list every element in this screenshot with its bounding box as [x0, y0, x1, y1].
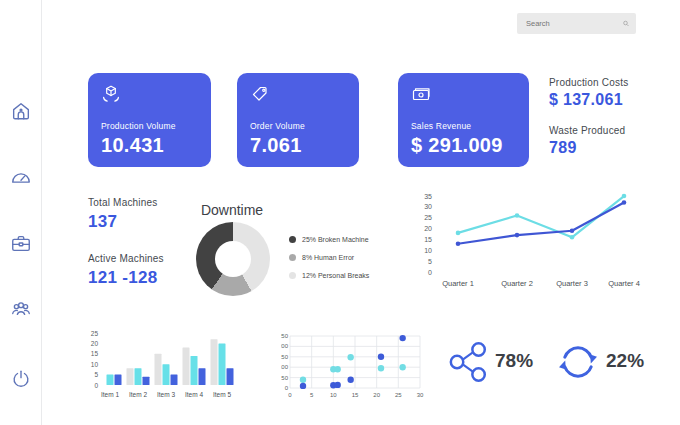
- svg-text:35: 35: [424, 193, 432, 200]
- legend-item: 12% Personal Breaks: [289, 269, 369, 281]
- svg-text:15: 15: [91, 350, 99, 357]
- svg-text:0: 0: [285, 385, 289, 391]
- svg-text:25: 25: [424, 214, 432, 221]
- active-machines-value: 121 -128: [88, 268, 158, 288]
- kpi-card-label: Order Volume: [250, 121, 359, 131]
- legend-item: 25% Broken Machine: [289, 233, 369, 245]
- active-machines-label: Active Machines: [88, 253, 164, 264]
- power-icon[interactable]: [10, 368, 32, 390]
- svg-text:Quarter 1: Quarter 1: [442, 279, 474, 288]
- svg-text:150: 150: [281, 354, 289, 360]
- svg-text:15: 15: [352, 392, 359, 398]
- items-bar-chart: 0510152025Item 1Item 2Item 3Item 4Item 5: [84, 318, 254, 410]
- briefcase-icon[interactable]: [10, 232, 32, 254]
- svg-text:0: 0: [288, 392, 292, 398]
- waste-produced-label: Waste Produced: [549, 125, 625, 136]
- svg-text:Item 2: Item 2: [129, 391, 147, 398]
- svg-text:20: 20: [91, 340, 99, 347]
- svg-text:5: 5: [428, 258, 432, 265]
- waste-produced-value: 789: [549, 139, 577, 157]
- svg-text:10: 10: [330, 392, 337, 398]
- legend-dot-personal-breaks: [289, 272, 296, 279]
- svg-text:Quarter 4: Quarter 4: [608, 279, 640, 288]
- production-costs-label: Production Costs: [549, 77, 628, 88]
- downtime-donut-chart: [196, 222, 270, 296]
- share-percent-value: 78%: [495, 350, 533, 372]
- search-input[interactable]: [517, 19, 623, 28]
- kpi-card-label: Production Volume: [101, 121, 211, 131]
- svg-text:15: 15: [424, 236, 432, 243]
- svg-text:Quarter 2: Quarter 2: [501, 279, 533, 288]
- svg-text:Quarter 3: Quarter 3: [556, 279, 588, 288]
- kpi-card-production-volume: Production Volume 10.431: [88, 73, 211, 167]
- svg-text:Item 5: Item 5: [213, 391, 231, 398]
- search-box: [517, 13, 636, 34]
- quarterly-line-chart: 05101520253035Quarter 1Quarter 2Quarter …: [418, 186, 676, 292]
- sync-icon: [556, 340, 600, 384]
- tag-icon: [250, 84, 270, 104]
- kpi-card-value: 10.431: [101, 134, 211, 157]
- svg-text:200: 200: [281, 343, 289, 349]
- legend-label: 25% Broken Machine: [302, 236, 369, 243]
- svg-text:20: 20: [373, 392, 380, 398]
- scatter-chart: 050100150200250051015202530: [281, 320, 436, 408]
- svg-text:5: 5: [310, 392, 314, 398]
- svg-text:10: 10: [91, 361, 99, 368]
- svg-text:20: 20: [424, 225, 432, 232]
- svg-text:50: 50: [281, 375, 288, 381]
- kpi-card-label: Sales Revenue: [411, 121, 529, 131]
- legend-dot-broken-machine: [289, 236, 296, 243]
- svg-text:Item 3: Item 3: [157, 391, 175, 398]
- svg-text:250: 250: [281, 333, 289, 339]
- users-icon[interactable]: [10, 297, 32, 319]
- home-icon[interactable]: [10, 100, 32, 122]
- kpi-card-sales-revenue: Sales Revenue $ 291.009: [398, 73, 529, 167]
- total-machines-label: Total Machines: [88, 197, 158, 208]
- svg-text:30: 30: [424, 203, 432, 210]
- svg-text:5: 5: [94, 371, 98, 378]
- total-machines-value: 137: [88, 212, 117, 232]
- svg-text:Item 4: Item 4: [185, 391, 203, 398]
- legend-item: 8% Human Error: [289, 251, 369, 263]
- svg-text:0: 0: [428, 269, 432, 276]
- downtime-legend: 25% Broken Machine 8% Human Error 12% Pe…: [289, 233, 369, 287]
- search-icon[interactable]: [623, 19, 629, 28]
- legend-label: 12% Personal Breaks: [302, 272, 369, 279]
- svg-text:25: 25: [395, 392, 402, 398]
- legend-label: 8% Human Error: [302, 254, 354, 261]
- svg-text:30: 30: [417, 392, 424, 398]
- legend-dot-human-error: [289, 254, 296, 261]
- production-costs-value: $ 137.061: [549, 91, 623, 109]
- kpi-card-order-volume: Order Volume 7.061: [237, 73, 359, 167]
- package-hands-icon: [101, 84, 121, 104]
- svg-text:25: 25: [91, 330, 99, 337]
- kpi-card-value: 7.061: [250, 134, 359, 157]
- kpi-card-value: $ 291.009: [411, 134, 529, 157]
- svg-text:Item 1: Item 1: [101, 391, 119, 398]
- sidebar: [0, 0, 42, 425]
- banknote-icon: [411, 84, 432, 104]
- svg-text:100: 100: [281, 364, 289, 370]
- svg-text:10: 10: [424, 247, 432, 254]
- dashboard: Production Volume 10.431 Order Volume 7.…: [0, 0, 680, 425]
- downtime-title: Downtime: [172, 202, 292, 218]
- sync-percent-value: 22%: [606, 350, 644, 372]
- gauge-icon[interactable]: [10, 167, 32, 189]
- svg-text:0: 0: [94, 382, 98, 389]
- share-icon: [447, 340, 491, 384]
